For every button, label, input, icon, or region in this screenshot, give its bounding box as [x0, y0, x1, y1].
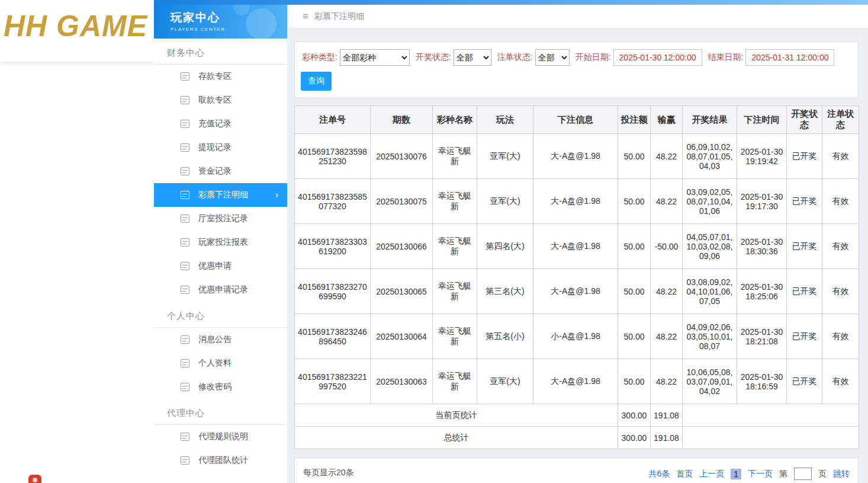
cell-win-loss: 48.22	[651, 359, 683, 404]
cell-order-status: 有效	[822, 314, 859, 359]
table-row: 401569173823270699590 20250130065 幸运飞艇新 …	[295, 269, 859, 314]
cell-draw-result: 06,09,10,02,08,07,01,05,04,03	[683, 134, 737, 179]
sidebar-item-hall-bet-records[interactable]: 厅室投注记录	[154, 207, 287, 231]
sidebar-item-deposit-zone[interactable]: 存款专区	[154, 65, 287, 88]
sidebar-item-promo-apply-records[interactable]: 优惠申请记录	[154, 278, 287, 302]
summary-empty-cell	[683, 404, 859, 427]
cell-bet-id: 401569173823303619200	[295, 224, 371, 269]
cell-lottery-name: 幸运飞艇新	[433, 359, 477, 404]
bet-details-table: 注单号 期数 彩种名称 玩法 下注信息 投注额 输赢 开奖结果 下注时间 开奖状…	[294, 105, 859, 449]
cell-bet-time: 2025-01-30 18:16:59	[737, 359, 787, 404]
cell-win-loss: 48.22	[651, 179, 683, 224]
cell-bet-amount: 50.00	[618, 314, 651, 359]
header-decoration-circle	[246, 8, 277, 39]
current-page-indicator[interactable]: 1	[731, 469, 741, 479]
report-icon	[181, 238, 189, 247]
summary-row-total: 总统计 300.00 191.08	[295, 427, 859, 449]
cell-lottery-name: 幸运飞艇新	[433, 269, 477, 314]
lottery-type-select[interactable]: 全部彩种	[340, 49, 410, 66]
next-page-link[interactable]: 下一页	[748, 469, 773, 479]
main-content: ≡ 彩票下注明细 彩种类型: 全部彩种 开奖状态: 全部 注单	[287, 5, 868, 483]
sidebar-item-change-password[interactable]: 修改密码	[154, 375, 287, 399]
first-page-link[interactable]: 首页	[676, 469, 693, 479]
table-row: 401569173823598251230 20250130076 幸运飞艇新 …	[295, 134, 859, 179]
summary-label: 当前页统计	[295, 404, 618, 427]
sidebar-item-lottery-bet-details[interactable]: 彩票下注明细 ›	[154, 183, 287, 207]
column-header-period: 期数	[371, 106, 433, 134]
sidebar-item-player-bet-report[interactable]: 玩家投注报表	[154, 231, 287, 254]
cell-period: 20250130076	[371, 134, 433, 179]
sidebar-item-agent-team-stats[interactable]: 代理团队统计	[154, 449, 287, 472]
sidebar-header: 玩家中心 PLAYERS CENTER	[154, 5, 287, 39]
sidebar-item-withdrawal-records[interactable]: 提现记录	[154, 136, 287, 159]
query-button[interactable]: 查询	[301, 72, 332, 91]
end-date-input[interactable]	[745, 49, 834, 66]
cell-draw-status: 已开奖	[787, 134, 822, 179]
sidebar-item-label: 优惠申请记录	[198, 284, 248, 295]
sidebar-item-profile[interactable]: 个人资料	[154, 351, 287, 375]
cell-play-type: 第三名(大)	[477, 269, 533, 314]
summary-row-current-page: 当前页统计 300.00 191.08	[295, 404, 859, 427]
cell-bet-id: 401569173823270699590	[295, 269, 371, 314]
jump-suffix-label: 页	[818, 469, 827, 479]
cell-order-status: 有效	[822, 179, 859, 224]
prev-page-link[interactable]: 上一页	[699, 469, 724, 479]
sidebar-section-agent: 代理中心	[154, 399, 287, 425]
sidebar-item-agent-rules[interactable]: 代理规则说明	[154, 425, 287, 449]
cell-bet-id: 401569173823246896450	[295, 314, 371, 359]
cell-order-status: 有效	[822, 134, 859, 179]
filter-panel: 彩种类型: 全部彩种 开奖状态: 全部 注单状态: 全部 开始日期:	[294, 41, 859, 98]
cell-draw-status: 已开奖	[787, 224, 822, 269]
password-icon	[181, 383, 189, 391]
sidebar-item-label: 代理规则说明	[198, 431, 248, 442]
sidebar-item-withdraw-zone[interactable]: 取款专区	[154, 88, 287, 112]
column-header-bet-amount: 投注额	[618, 106, 651, 134]
order-status-select[interactable]: 全部	[535, 49, 570, 66]
floating-widget-icon[interactable]	[28, 475, 41, 483]
top-accent-bar	[154, 0, 868, 5]
logo-box: HH GAME	[0, 0, 154, 62]
column-header-bet-id: 注单号	[295, 106, 371, 134]
menu-toggle-icon[interactable]: ≡	[303, 11, 308, 23]
cell-bet-time: 2025-01-30 18:21:08	[737, 314, 787, 359]
agent-team-icon	[181, 456, 189, 465]
column-header-win-loss: 输赢	[651, 106, 683, 134]
withdraw-icon	[181, 96, 189, 104]
cell-draw-status: 已开奖	[787, 269, 822, 314]
cell-lottery-name: 幸运飞艇新	[433, 314, 477, 359]
sidebar-item-funds-records[interactable]: 资金记录	[154, 159, 287, 183]
sidebar-item-recharge-records[interactable]: 充值记录	[154, 112, 287, 136]
deposit-icon	[181, 72, 189, 81]
jump-button[interactable]: 跳转	[833, 469, 850, 479]
table-row: 401569173823246896450 20250130064 幸运飞艇新 …	[295, 314, 859, 359]
announcement-icon	[181, 335, 189, 344]
cell-play-type: 第五名(小)	[477, 314, 533, 359]
chevron-right-icon: ›	[275, 190, 278, 200]
sidebar-item-label: 存款专区	[198, 71, 232, 82]
summary-label: 总统计	[295, 427, 618, 449]
cell-draw-result: 04,09,02,06,03,05,10,01,08,07	[683, 314, 737, 359]
per-page-label: 每页显示20条	[303, 468, 354, 478]
sidebar-item-label: 消息公告	[198, 334, 232, 345]
cell-bet-info: 大-A盘@1.98	[533, 269, 618, 314]
sidebar-section-finance: 财务中心	[154, 39, 287, 65]
cell-order-status: 有效	[822, 224, 859, 269]
draw-status-select[interactable]: 全部	[454, 49, 491, 66]
cell-bet-id: 401569173823585077320	[295, 179, 371, 224]
filter-row: 彩种类型: 全部彩种 开奖状态: 全部 注单状态: 全部 开始日期:	[301, 49, 852, 66]
column-header-draw-status: 开奖状态	[787, 106, 822, 134]
page-jump-input[interactable]	[794, 468, 812, 480]
cell-bet-amount: 50.00	[618, 224, 651, 269]
column-header-play-type: 玩法	[477, 106, 533, 134]
sidebar-item-label: 厅室投注记录	[198, 213, 248, 224]
cell-period: 20250130064	[371, 314, 433, 359]
sidebar-item-promo-apply[interactable]: 优惠申请	[154, 254, 287, 278]
start-date-input[interactable]	[613, 49, 702, 66]
column-header-lottery-name: 彩种名称	[433, 106, 477, 134]
cell-bet-info: 大-A盘@1.98	[533, 179, 618, 224]
table-row: 401569173823585077320 20250130075 幸运飞艇新 …	[295, 179, 859, 224]
cell-bet-id: 401569173823598251230	[295, 134, 371, 179]
sidebar-item-announcements[interactable]: 消息公告	[154, 328, 287, 351]
cell-bet-time: 2025-01-30 18:30:36	[737, 224, 787, 269]
cell-bet-time: 2025-01-30 19:19:42	[737, 134, 787, 179]
